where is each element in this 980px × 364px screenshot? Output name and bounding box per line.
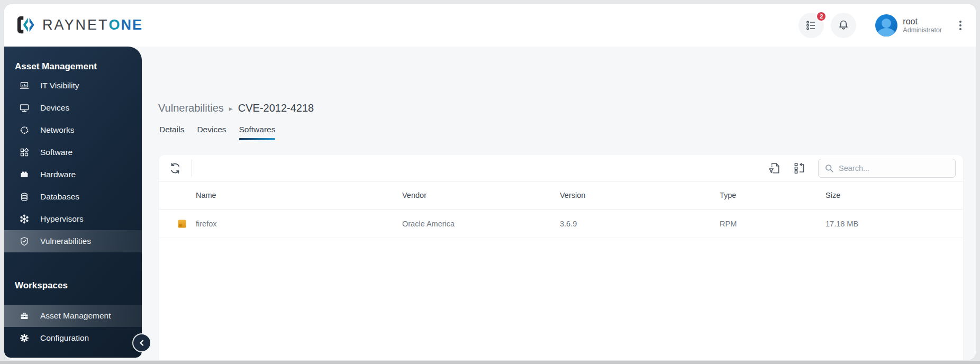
avatar — [875, 14, 897, 37]
sidebar-item-label: Configuration — [40, 333, 89, 343]
cell-vendor: Oracle America — [402, 220, 560, 228]
shield-check-icon — [19, 236, 30, 247]
sidebar-item-label: Devices — [40, 103, 69, 113]
kebab-menu-icon — [956, 20, 965, 31]
briefcase-icon — [19, 311, 30, 321]
breadcrumb-parent[interactable]: Vulnerabilities — [158, 102, 224, 114]
refresh-icon — [168, 161, 182, 175]
package-icon — [178, 220, 186, 228]
column-header-name[interactable]: Name — [196, 191, 402, 199]
user-role: Administrator — [903, 26, 942, 34]
sidebar-item-label: Databases — [40, 192, 79, 202]
column-header-vendor[interactable]: Vendor — [402, 191, 560, 199]
brand-logo-icon — [16, 15, 36, 35]
sidebar-item-hardware[interactable]: Hardware — [4, 163, 142, 186]
sidebar-item-databases[interactable]: Databases — [4, 186, 142, 208]
sidebar-item-label: Hypervisors — [40, 214, 84, 224]
task-list-icon — [805, 19, 818, 32]
bell-icon — [837, 19, 850, 32]
sidebar: Asset Management IT Visibility Devices — [4, 47, 142, 358]
sidebar-item-configuration[interactable]: Configuration — [4, 327, 142, 349]
column-chooser-button[interactable] — [792, 160, 807, 176]
breadcrumb-separator-icon: ▸ — [229, 104, 233, 113]
sidebar-item-it-visibility[interactable]: IT Visibility — [4, 75, 142, 97]
column-header-size[interactable]: Size — [825, 191, 963, 199]
sidebar-item-label: Vulnerabilities — [40, 236, 91, 246]
sidebar-item-label: IT Visibility — [40, 81, 79, 90]
database-icon — [19, 192, 30, 202]
workspace-list: Asset Management Configura — [4, 305, 142, 349]
brand-logo-text: RAYNETONE — [42, 17, 143, 33]
sidebar-item-label: Networks — [40, 125, 75, 135]
topbar-actions: 2 root Administrator — [798, 4, 976, 47]
cell-type: RPM — [720, 220, 825, 228]
sidebar-section-title: Asset Management — [4, 47, 142, 75]
tab-softwares[interactable]: Softwares — [239, 125, 276, 140]
sidebar-item-software[interactable]: Software — [4, 141, 142, 163]
search-input[interactable] — [839, 164, 950, 172]
sidebar-item-hypervisors[interactable]: Hypervisors — [4, 208, 142, 230]
sidebar-item-label: Asset Management — [40, 311, 111, 321]
main-area: Vulnerabilities ▸ CVE-2012-4218 Details … — [4, 47, 976, 360]
monitor-icon — [19, 103, 30, 113]
sidebar-item-networks[interactable]: Networks — [4, 119, 142, 141]
more-options-button[interactable] — [952, 16, 968, 34]
hypervisor-asterisk-icon — [19, 214, 30, 224]
brand-logo: RAYNETONE — [16, 15, 143, 35]
user-name: root — [903, 17, 942, 26]
app-window: RAYNETONE 2 — [4, 4, 976, 360]
user-meta: root Administrator — [903, 17, 942, 34]
sidebar-item-vulnerabilities[interactable]: Vulnerabilities — [4, 230, 142, 252]
column-header-version[interactable]: Version — [560, 191, 720, 199]
column-header-type[interactable]: Type — [720, 191, 825, 199]
table-header: Name Vendor Version Type Size — [159, 181, 963, 210]
refresh-button[interactable] — [167, 160, 183, 176]
gear-icon — [19, 333, 30, 343]
sidebar-item-devices[interactable]: Devices — [4, 97, 142, 119]
sidebar-item-label: Hardware — [40, 170, 76, 179]
toolbar-divider — [192, 160, 192, 177]
tab-bar: Details Devices Softwares — [159, 125, 275, 140]
search-box — [818, 159, 956, 178]
tab-details[interactable]: Details — [159, 125, 184, 140]
sidebar-collapse-button[interactable] — [133, 334, 150, 351]
cell-name: firefox — [196, 220, 402, 228]
notifications-badge: 2 — [816, 11, 827, 22]
top-bar: RAYNETONE 2 — [4, 4, 976, 47]
tab-devices[interactable]: Devices — [197, 125, 226, 140]
table-row[interactable]: firefox Oracle America 3.6.9 RPM 17.18 M… — [159, 210, 963, 238]
laptop-chart-icon — [19, 80, 30, 91]
cell-size: 17.18 MB — [825, 220, 963, 228]
cell-version: 3.6.9 — [560, 220, 720, 228]
breadcrumb-current: CVE-2012-4218 — [238, 102, 314, 114]
chevron-left-icon — [138, 339, 146, 347]
sidebar-section-title: Workspaces — [4, 280, 142, 291]
app-squares-icon — [19, 147, 30, 158]
user-menu[interactable]: root Administrator — [875, 14, 942, 37]
filter-export-button[interactable] — [766, 160, 782, 176]
notifications-button[interactable] — [831, 13, 856, 38]
sidebar-item-label: Software — [40, 148, 72, 157]
sidebar-item-asset-management[interactable]: Asset Management — [4, 305, 142, 327]
filter-export-icon — [767, 161, 781, 175]
grid-toolbar — [159, 155, 963, 181]
network-nodes-icon — [19, 125, 30, 135]
column-chooser-icon — [793, 161, 806, 175]
hardware-brick-icon — [19, 169, 30, 180]
softwares-panel: Name Vendor Version Type Size — [159, 155, 963, 360]
task-list-button[interactable]: 2 — [798, 13, 824, 38]
breadcrumb: Vulnerabilities ▸ CVE-2012-4218 — [158, 102, 314, 114]
search-icon — [824, 163, 834, 174]
